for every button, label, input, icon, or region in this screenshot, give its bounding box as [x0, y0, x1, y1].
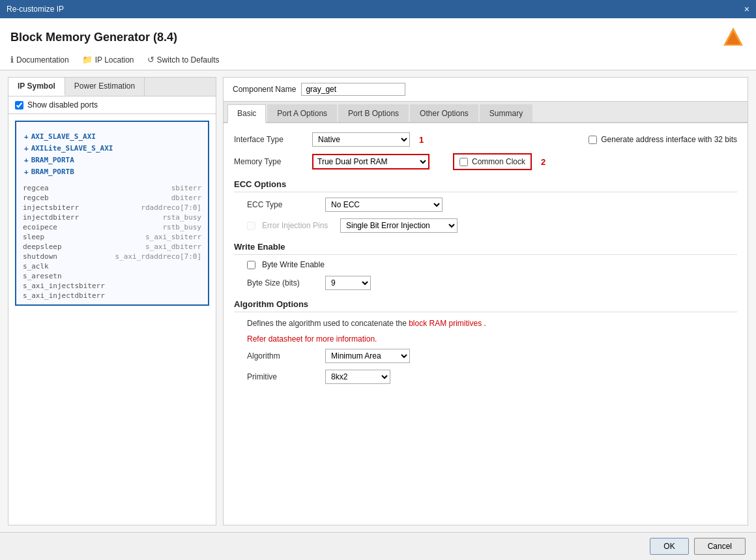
algorithm-description: Defines the algorithm used to concatenat… — [247, 317, 737, 329]
generate-address-checkbox[interactable] — [589, 136, 597, 144]
tab-other-options[interactable]: Other Options — [410, 104, 478, 122]
ok-button[interactable]: OK — [650, 538, 688, 555]
list-item: s_aresetn — [20, 271, 204, 281]
close-button[interactable]: × — [744, 4, 749, 14]
port-list: regcea sbiterr regceb dbiterr injectsbit… — [20, 183, 204, 301]
generate-address-label: Generate address interface with 32 bits — [601, 135, 737, 144]
header-title-row: Block Memory Generator (8.4) — [10, 25, 746, 50]
byte-write-checkbox[interactable] — [247, 261, 255, 269]
algorithm-options-content: Defines the algorithm used to concatenat… — [234, 317, 737, 384]
algorithm-row: Algorithm Minimum Area Low Power Fixed P… — [247, 349, 737, 363]
list-item: deepsleep s_axi_dbiterr — [20, 242, 204, 252]
error-injection-row: Error Injection Pins Single Bit Error In… — [247, 218, 737, 233]
left-panel: IP Symbol Power Estimation Show disabled… — [8, 77, 216, 525]
interface-type-row: Interface Type Native 1 Generate address… — [234, 132, 737, 147]
ip-location-link[interactable]: 📁 IP Location — [82, 55, 134, 65]
tab-basic[interactable]: Basic — [227, 104, 266, 123]
memory-type-label: Memory Type — [234, 157, 306, 166]
component-name-input[interactable] — [301, 83, 405, 96]
content-area: IP Symbol Power Estimation Show disabled… — [0, 70, 756, 532]
app-title: Block Memory Generator (8.4) — [10, 31, 177, 44]
ecc-options-content: ECC Type No ECC Error Injection Pins Sin… — [234, 198, 737, 233]
byte-write-label: Byte Write Enable — [262, 260, 325, 269]
ecc-options-header: ECC Options — [234, 179, 737, 192]
list-item: injectsbiterr rdaddreco[7:0] — [20, 203, 204, 213]
datasheet-link-row: Refer datasheet for more information. — [247, 333, 737, 345]
list-item: s_axi_injectsbiterr — [20, 281, 204, 291]
common-clock-row: Common Clock — [453, 153, 532, 170]
info-icon: ℹ — [10, 55, 14, 65]
bottom-bar: OK Cancel — [0, 532, 756, 560]
byte-size-row: Byte Size (bits) 9 8 — [247, 276, 737, 290]
cancel-button[interactable]: Cancel — [694, 538, 746, 555]
common-clock-label: Common Clock — [472, 157, 525, 166]
datasheet-link[interactable]: Refer datasheet for more information. — [247, 334, 377, 344]
annotation-2: 2 — [541, 157, 545, 167]
list-item: s_aclk — [20, 261, 204, 271]
main-window: Block Memory Generator (8.4) ℹ Documenta… — [0, 18, 756, 560]
show-disabled-row: Show disabled ports — [8, 96, 216, 114]
list-item: sleep s_axi_sbiterr — [20, 232, 204, 242]
error-injection-checkbox[interactable] — [247, 222, 255, 230]
list-item: regceb dbiterr — [20, 193, 204, 203]
byte-size-label: Byte Size (bits) — [247, 278, 319, 287]
list-item: regcea sbiterr — [20, 183, 204, 193]
toolbar: ℹ Documentation 📁 IP Location ↺ Switch t… — [10, 55, 746, 65]
interface-type-label: Interface Type — [234, 135, 306, 144]
interface-type-select[interactable]: Native — [312, 132, 410, 147]
error-injection-select[interactable]: Single Bit Error Injection — [340, 218, 458, 233]
tab-ip-symbol[interactable]: IP Symbol — [8, 78, 65, 96]
title-bar: Re-customize IP × — [0, 0, 756, 18]
tree-item-bram-porta: + BRAM_PORTA — [24, 155, 200, 166]
left-tabs: IP Symbol Power Estimation — [8, 78, 216, 96]
memory-type-row: Memory Type True Dual Port RAM Common Cl… — [234, 153, 737, 170]
list-item: injectdbiterr rsta_busy — [20, 213, 204, 222]
folder-icon: 📁 — [82, 55, 93, 65]
diagram-box: + AXI_SLAVE_S_AXI + AXILite_SLAVE_S_AXI … — [15, 121, 209, 306]
tab-port-a-options[interactable]: Port A Options — [267, 104, 337, 122]
header: Block Memory Generator (8.4) ℹ Documenta… — [0, 18, 756, 70]
primitive-select[interactable]: 8kx2 4kx4 2kx8 — [325, 370, 390, 384]
primitive-row: Primitive 8kx2 4kx4 2kx8 — [247, 370, 737, 384]
component-name-label: Component Name — [233, 85, 296, 94]
component-name-row: Component Name — [224, 78, 748, 102]
memory-type-select[interactable]: True Dual Port RAM — [312, 154, 429, 169]
xilinx-logo-icon — [721, 25, 746, 50]
tree-item-bram-portb: + BRAM_PORTB — [24, 166, 200, 178]
annotation-1: 1 — [419, 135, 424, 145]
show-disabled-checkbox[interactable] — [15, 101, 23, 110]
diagram-area: + AXI_SLAVE_S_AXI + AXILite_SLAVE_S_AXI … — [8, 114, 216, 525]
error-injection-label: Error Injection Pins — [262, 221, 334, 230]
generate-address-row: Generate address interface with 32 bits — [589, 135, 737, 144]
write-enable-header: Write Enable — [234, 242, 737, 255]
list-item: ecoipece rstb_busy — [20, 222, 204, 232]
title-bar-text: Re-customize IP — [7, 5, 64, 14]
tab-power-estimation[interactable]: Power Estimation — [65, 78, 145, 96]
byte-write-row: Byte Write Enable — [247, 260, 737, 269]
tree-item-axi-slave: + AXI_SLAVE_S_AXI — [24, 131, 200, 143]
tab-port-b-options[interactable]: Port B Options — [338, 104, 409, 122]
tree-view: + AXI_SLAVE_S_AXI + AXILite_SLAVE_S_AXI … — [20, 126, 204, 183]
right-tabs: Basic Port A Options Port B Options Othe… — [224, 102, 748, 123]
tree-item-axilite-slave: + AXILite_SLAVE_S_AXI — [24, 143, 200, 155]
primitive-label: Primitive — [247, 372, 319, 381]
list-item: shutdown s_axi_rdaddreco[7:0] — [20, 252, 204, 261]
algorithm-select[interactable]: Minimum Area Low Power Fixed Primitives — [325, 349, 410, 363]
ecc-type-label: ECC Type — [247, 200, 319, 209]
switch-defaults-link[interactable]: ↺ Switch to Defaults — [147, 55, 220, 65]
documentation-link[interactable]: ℹ Documentation — [10, 55, 69, 65]
algorithm-label: Algorithm — [247, 351, 319, 361]
list-item: s_axi_injectdbiterr — [20, 291, 204, 301]
ecc-type-row: ECC Type No ECC — [247, 198, 737, 212]
basic-tab-content: Interface Type Native 1 Generate address… — [224, 123, 748, 525]
write-enable-content: Byte Write Enable Byte Size (bits) 9 8 — [234, 260, 737, 290]
common-clock-checkbox[interactable] — [459, 158, 468, 166]
refresh-icon: ↺ — [147, 55, 154, 65]
tab-summary[interactable]: Summary — [480, 104, 532, 122]
ecc-type-select[interactable]: No ECC — [325, 198, 443, 212]
show-disabled-label: Show disabled ports — [27, 100, 98, 110]
byte-size-select[interactable]: 9 8 — [325, 276, 371, 290]
algorithm-options-header: Algorithm Options — [234, 299, 737, 312]
block-ram-link[interactable]: block RAM primitives — [409, 319, 482, 328]
right-panel: Component Name Basic Port A Options Port… — [223, 77, 748, 525]
